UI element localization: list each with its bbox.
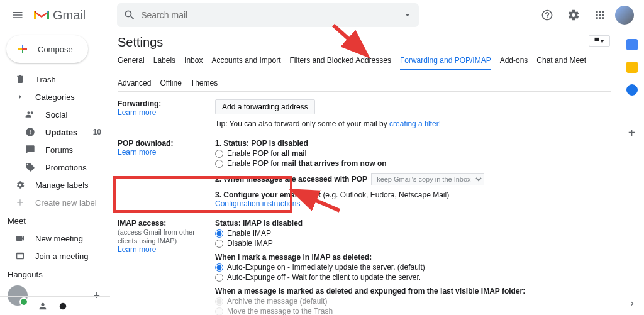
- svg-point-0: [60, 302, 67, 309]
- imap-disable[interactable]: Disable IMAP: [215, 239, 611, 248]
- tab-chat[interactable]: Chat and Meet: [536, 56, 586, 70]
- pop-label: POP download:: [118, 139, 173, 148]
- nav-categories[interactable]: Categories: [0, 88, 110, 106]
- nav-social[interactable]: Social: [0, 106, 110, 123]
- nav-forums[interactable]: Forums: [0, 141, 110, 158]
- imap-sub: (access Gmail from other clients using I…: [118, 228, 195, 245]
- tab-advanced[interactable]: Advanced: [118, 79, 151, 91]
- keep-addon-icon[interactable]: [626, 62, 638, 73]
- imap-learn-more[interactable]: Learn more: [118, 245, 156, 254]
- collapse-panel-icon[interactable]: [628, 299, 636, 310]
- menu-icon[interactable]: [5, 3, 30, 28]
- hangouts-heading: Hangouts: [0, 265, 110, 283]
- side-panel: +: [619, 30, 644, 315]
- tab-filters[interactable]: Filters and Blocked Addresses: [290, 56, 391, 70]
- search-bar[interactable]: [117, 3, 419, 27]
- apps-icon[interactable]: [589, 4, 611, 26]
- nav-create-label[interactable]: Create new label: [0, 194, 110, 211]
- pop-enable-now[interactable]: Enable POP for mail that arrives from no…: [215, 159, 611, 168]
- account-avatar[interactable]: [615, 6, 634, 25]
- person-icon[interactable]: [38, 301, 48, 311]
- settings-title: Settings: [118, 35, 611, 50]
- nav-trash[interactable]: Trash: [0, 70, 110, 88]
- tab-inbox[interactable]: Inbox: [184, 56, 203, 70]
- pop-enable-all[interactable]: Enable POP for all mail: [215, 149, 611, 158]
- pop-accessed-select[interactable]: keep Gmail's copy in the Inbox: [371, 173, 484, 185]
- meet-join[interactable]: Join a meeting: [0, 247, 110, 265]
- tab-labels[interactable]: Labels: [153, 56, 175, 70]
- tab-general[interactable]: General: [118, 56, 145, 70]
- expunge-on[interactable]: Auto-Expunge on - Immediately update the…: [215, 263, 611, 272]
- pop-learn-more[interactable]: Learn more: [118, 148, 156, 157]
- language-button[interactable]: ▀ ▾: [589, 35, 610, 47]
- meet-new[interactable]: New meeting: [0, 229, 110, 247]
- nav-promotions[interactable]: Promotions: [0, 158, 110, 176]
- nav-updates[interactable]: Updates10: [0, 123, 110, 141]
- imap-label: IMAP access:: [118, 219, 166, 228]
- tab-addons[interactable]: Add-ons: [500, 56, 528, 70]
- hangouts-icon[interactable]: [58, 301, 68, 311]
- gmail-logo[interactable]: Gmail: [33, 8, 86, 23]
- search-options-icon[interactable]: [402, 10, 413, 20]
- forwarding-learn-more[interactable]: Learn more: [118, 108, 156, 117]
- config-instructions-link[interactable]: Configuration instructions: [215, 199, 300, 208]
- logo-text: Gmail: [53, 8, 86, 23]
- search-icon: [123, 9, 136, 21]
- create-filter-link[interactable]: creating a filter!: [389, 119, 441, 128]
- tab-themes[interactable]: Themes: [191, 79, 218, 91]
- tab-offline[interactable]: Offline: [160, 79, 181, 91]
- support-icon[interactable]: [536, 4, 558, 26]
- opt-trash[interactable]: Move the message to the Trash: [215, 307, 611, 315]
- compose-label: Compose: [38, 45, 73, 54]
- tasks-addon-icon[interactable]: [626, 84, 638, 96]
- tab-forwarding[interactable]: Forwarding and POP/IMAP: [400, 56, 491, 70]
- expunge-off[interactable]: Auto-Expunge off - Wait for the client t…: [215, 273, 611, 282]
- nav-manage-labels[interactable]: Manage labels: [0, 176, 110, 194]
- forwarding-label: Forwarding:: [118, 99, 161, 108]
- add-forwarding-button[interactable]: Add a forwarding address: [215, 99, 315, 114]
- imap-enable[interactable]: Enable IMAP: [215, 229, 611, 238]
- settings-content: Settings ▀ ▾ General Labels Inbox Accoun…: [110, 30, 619, 315]
- compose-button[interactable]: Compose: [6, 35, 88, 63]
- search-input[interactable]: [141, 10, 402, 20]
- calendar-addon-icon[interactable]: [626, 39, 638, 50]
- settings-icon[interactable]: [562, 4, 585, 26]
- tab-accounts[interactable]: Accounts and Import: [211, 56, 280, 70]
- meet-heading: Meet: [0, 211, 110, 229]
- opt-archive[interactable]: Archive the message (default): [215, 297, 611, 306]
- add-addon-icon[interactable]: +: [628, 126, 636, 140]
